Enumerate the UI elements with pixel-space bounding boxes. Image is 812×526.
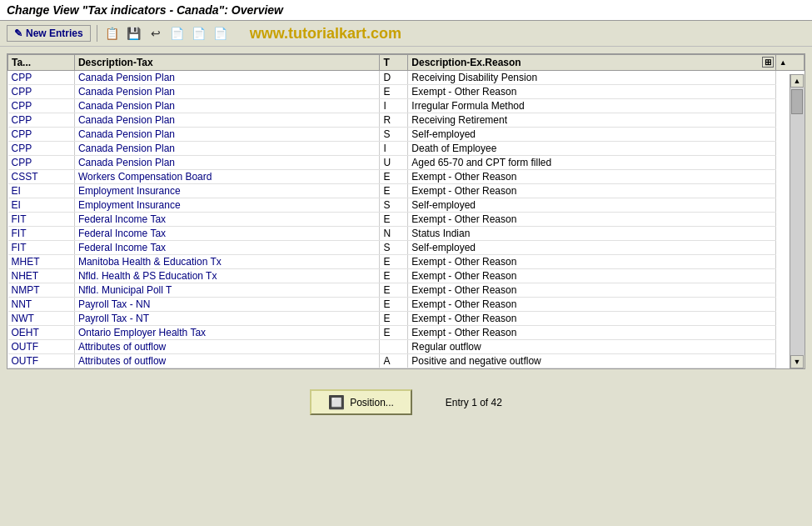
cell-ta: CPP (8, 156, 75, 170)
cell-t: S (380, 128, 408, 142)
table-row[interactable]: MHETManitoba Health & Education TxEExemp… (8, 255, 805, 269)
table-row[interactable]: NHETNfld. Health & PS Education TxEExemp… (8, 269, 805, 283)
cell-desc: Nfld. Health & PS Education Tx (74, 269, 380, 283)
table-row[interactable]: EIEmployment InsuranceEExempt - Other Re… (8, 184, 805, 198)
doc2-icon[interactable]: 📄 (190, 24, 208, 43)
cell-desc: Attributes of outflow (74, 354, 380, 368)
cell-ta: NNT (8, 298, 75, 312)
cell-desc: Canada Pension Plan (74, 113, 380, 128)
cell-t: E (380, 255, 408, 269)
cell-ex-reason: Exempt - Other Reason (408, 255, 776, 269)
table-row[interactable]: EIEmployment InsuranceSSelf-employed (8, 198, 805, 213)
scroll-track (790, 88, 805, 355)
cell-desc: Workers Compensation Board (74, 170, 380, 184)
col-header-desc: Description-Tax (74, 55, 380, 71)
cell-desc: Payroll Tax - NN (74, 298, 380, 312)
cell-ta: CPP (8, 71, 75, 85)
table-row[interactable]: CSSTWorkers Compensation BoardEExempt - … (8, 170, 805, 184)
cell-ex-reason: Self-employed (408, 241, 776, 255)
cell-desc: Nfld. Municipal Poll T (74, 283, 380, 298)
watermark: www.tutorialkart.com (250, 25, 401, 43)
cell-t: E (380, 269, 408, 283)
cell-t: S (380, 241, 408, 255)
scroll-thumb[interactable] (791, 89, 803, 114)
cell-ex-reason: Receiving Disability Pension (408, 71, 776, 85)
cell-desc: Ontario Employer Health Tax (74, 326, 380, 340)
main-table: Ta... Description-Tax T Description-Ex.R… (7, 54, 805, 368)
cell-desc: Canada Pension Plan (74, 128, 380, 142)
table-row[interactable]: CPPCanada Pension PlanIIrregular Formula… (8, 99, 805, 113)
content-area: Ta... Description-Tax T Description-Ex.R… (0, 47, 812, 376)
col-header-ta: Ta... (8, 55, 75, 71)
cell-ex-reason: Receiving Retirement (408, 113, 776, 128)
table-header-row: Ta... Description-Tax T Description-Ex.R… (8, 55, 805, 71)
copy-icon[interactable]: 📋 (103, 24, 122, 43)
table-row[interactable]: NNTPayroll Tax - NNEExempt - Other Reaso… (8, 298, 805, 312)
save-icon[interactable]: 💾 (125, 24, 143, 43)
cell-ex-reason: Self-employed (408, 128, 776, 142)
cell-ta: EI (8, 198, 75, 213)
cell-t: U (380, 156, 408, 170)
cell-desc: Federal Income Tax (74, 227, 380, 241)
table-row[interactable]: CPPCanada Pension PlanUAged 65-70 and CP… (8, 156, 805, 170)
table-row[interactable]: FITFederal Income TaxNStatus Indian (8, 227, 805, 241)
table-row[interactable]: OEHTOntario Employer Health TaxEExempt -… (8, 326, 805, 340)
cell-t: E (380, 298, 408, 312)
new-entries-button[interactable]: ✎ New Entries (7, 25, 91, 42)
cell-desc: Employment Insurance (74, 184, 380, 198)
cell-desc: Canada Pension Plan (74, 85, 380, 99)
cell-ex-reason: Exempt - Other Reason (408, 184, 776, 198)
scrollbar-header: ▲ (776, 55, 805, 71)
position-button[interactable]: 🔲 Position... (310, 389, 412, 415)
cell-ex-reason: Exempt - Other Reason (408, 269, 776, 283)
scroll-up-btn[interactable]: ▲ (776, 56, 790, 69)
table-row[interactable]: OUTFAttributes of outflowAPositive and n… (8, 354, 805, 368)
table-row[interactable]: CPPCanada Pension PlanDReceiving Disabil… (8, 71, 805, 85)
separator-1 (97, 25, 97, 42)
table-row[interactable]: FITFederal Income TaxSSelf-employed (8, 241, 805, 255)
table-row[interactable]: CPPCanada Pension PlanEExempt - Other Re… (8, 85, 805, 99)
table-row[interactable]: OUTFAttributes of outflowRegular outflow (8, 340, 805, 354)
table-row[interactable]: CPPCanada Pension PlanSSelf-employed (8, 128, 805, 142)
doc3-icon[interactable]: 📄 (212, 24, 230, 43)
cell-ta: MHET (8, 255, 75, 269)
table-row[interactable]: NWTPayroll Tax - NTEExempt - Other Reaso… (8, 312, 805, 326)
cell-desc: Canada Pension Plan (74, 71, 380, 85)
scrollbar[interactable]: ▲ ▼ (790, 74, 805, 368)
cell-desc: Canada Pension Plan (74, 99, 380, 113)
cell-t (380, 340, 408, 354)
cell-t: E (380, 184, 408, 198)
cell-ex-reason: Exempt - Other Reason (408, 170, 776, 184)
cell-ex-reason: Regular outflow (408, 340, 776, 354)
scroll-up-arrow[interactable]: ▲ (790, 74, 804, 88)
table-row[interactable]: CPPCanada Pension PlanIDeath of Employee (8, 142, 805, 156)
cell-ex-reason: Exempt - Other Reason (408, 85, 776, 99)
cell-t: E (380, 213, 408, 227)
cell-desc: Attributes of outflow (74, 340, 380, 354)
cell-ta: CPP (8, 113, 75, 128)
cell-ex-reason: Status Indian (408, 227, 776, 241)
cell-ex-reason: Positive and negative outflow (408, 354, 776, 368)
cell-ex-reason: Death of Employee (408, 142, 776, 156)
cell-ta: EI (8, 184, 75, 198)
cell-ex-reason: Exempt - Other Reason (408, 213, 776, 227)
table-row[interactable]: CPPCanada Pension PlanRReceiving Retirem… (8, 113, 805, 128)
scroll-down-arrow[interactable]: ▼ (790, 355, 804, 368)
cell-desc: Federal Income Tax (74, 241, 380, 255)
cell-t: E (380, 283, 408, 298)
column-resize-icon[interactable]: ⊞ (762, 57, 774, 68)
new-entries-label: New Entries (26, 28, 83, 39)
title-bar: Change View "Tax indicators - Canada": O… (0, 0, 812, 21)
cell-ta: FIT (8, 241, 75, 255)
pencil-icon: ✎ (14, 28, 22, 39)
cell-t: D (380, 71, 408, 85)
doc1-icon[interactable]: 📄 (168, 24, 187, 43)
cell-ex-reason: Irregular Formula Method (408, 99, 776, 113)
table-row[interactable]: NMPTNfld. Municipal Poll TEExempt - Othe… (8, 283, 805, 298)
undo-icon[interactable]: ↩ (147, 24, 165, 43)
table-row[interactable]: FITFederal Income TaxEExempt - Other Rea… (8, 213, 805, 227)
cell-ta: NWT (8, 312, 75, 326)
cell-desc: Federal Income Tax (74, 213, 380, 227)
cell-ta: CPP (8, 85, 75, 99)
cell-ex-reason: Aged 65-70 and CPT form filled (408, 156, 776, 170)
